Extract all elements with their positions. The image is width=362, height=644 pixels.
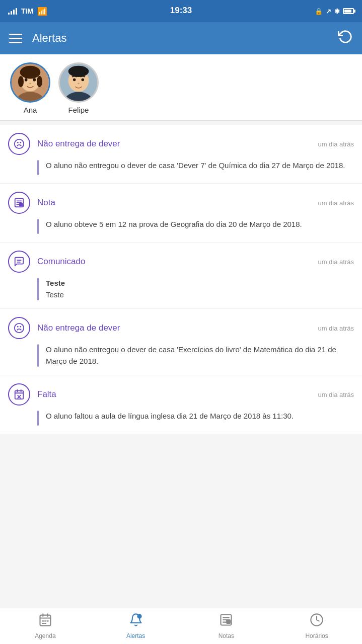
avatar-ana <box>10 62 50 103</box>
alert-text: O aluno não entregou o dever de casa 'De… <box>46 160 354 172</box>
alert-time: um dia atrás <box>318 199 354 207</box>
nav-item-alertas[interactable]: Alertas <box>91 608 181 644</box>
message-icon <box>8 251 30 273</box>
svg-point-45 <box>137 614 141 618</box>
comunicado-title: Teste <box>46 279 65 287</box>
lock-icon: 🔒 <box>315 8 323 15</box>
nav-label-notas: Notas <box>219 632 234 639</box>
alert-header: Não entrega de dever um dia atrás <box>8 317 354 339</box>
alert-item[interactable]: Não entrega de dever um dia atrás O alun… <box>0 125 362 184</box>
svg-rect-36 <box>40 615 50 626</box>
svg-point-8 <box>29 83 31 84</box>
alert-border <box>37 160 39 175</box>
alert-item[interactable]: Falta um dia atrás O aluno faltou a aula… <box>0 375 362 434</box>
profile-name-ana: Ana <box>24 106 37 114</box>
notas-icon: 9+ <box>219 613 233 630</box>
alert-item[interactable]: 9+ Nota um dia atrás O aluno obteve 5 em… <box>0 184 362 243</box>
alert-type-label: Comunicado <box>37 257 85 267</box>
svg-rect-30 <box>15 391 24 399</box>
svg-point-16 <box>15 139 24 148</box>
alert-border <box>37 219 39 234</box>
status-time: 19:33 <box>170 6 192 16</box>
nav-item-agenda[interactable]: Agenda <box>0 608 91 644</box>
alert-text: O aluno não entregou o dever de casa 'Ex… <box>46 344 354 367</box>
alert-type-label: Nota <box>37 198 55 208</box>
profile-name-felipe: Felipe <box>68 106 89 114</box>
svg-point-3 <box>20 66 41 79</box>
horarios-icon <box>310 613 324 630</box>
alert-header-left: Comunicado <box>8 251 85 273</box>
avatar-felipe <box>58 62 99 103</box>
sad-face-icon <box>8 133 30 155</box>
header-left: Alertas <box>9 32 66 45</box>
alert-text: O aluno obteve 5 em 12 na prova de Geogr… <box>46 219 354 230</box>
alerts-list: Não entrega de dever um dia atrás O alun… <box>0 125 362 434</box>
alert-header-left: Falta <box>8 383 56 406</box>
alert-text: O aluno faltou a aula de língua inglesa … <box>46 411 354 422</box>
svg-point-4 <box>18 76 24 87</box>
alert-type-label: Não entrega de dever <box>37 323 120 333</box>
alert-item[interactable]: Comunicado um dia atrás Teste Teste <box>0 243 362 309</box>
content-area: Ana <box>0 54 362 470</box>
alert-body: O aluno não entregou o dever de casa 'De… <box>37 160 354 175</box>
x-calendar-icon <box>8 383 30 406</box>
svg-point-6 <box>25 78 28 81</box>
carrier-label: TIM <box>21 7 33 15</box>
alert-header-left: Não entrega de dever <box>8 317 120 339</box>
sad-face-icon <box>8 317 30 339</box>
menu-button[interactable] <box>9 34 22 43</box>
page-title: Alertas <box>32 32 66 45</box>
alertas-icon <box>129 613 143 630</box>
nav-label-alertas: Alertas <box>126 632 145 639</box>
alert-time: um dia atrás <box>318 258 354 266</box>
profile-felipe[interactable]: Felipe <box>58 62 99 114</box>
bottom-nav: Agenda Alertas 9+ Notas <box>0 608 362 644</box>
svg-point-12 <box>68 66 89 77</box>
alert-header: Comunicado um dia atrás <box>8 251 354 273</box>
comunicado-body: Teste <box>46 290 64 299</box>
alert-body: O aluno faltou a aula de língua inglesa … <box>37 411 354 426</box>
alert-header: Falta um dia atrás <box>8 383 354 406</box>
alert-time: um dia atrás <box>318 391 354 398</box>
alert-header: Não entrega de dever um dia atrás <box>8 133 354 155</box>
status-bar-right: 🔒 ↗ ✱ <box>315 8 354 15</box>
svg-text:9+: 9+ <box>20 204 23 206</box>
alert-body: O aluno não entregou o dever de casa 'Ex… <box>37 344 354 367</box>
alert-time: um dia atrás <box>318 140 354 148</box>
alert-body: O aluno obteve 5 em 12 na prova de Geogr… <box>37 219 354 234</box>
alert-header-left: 9+ Nota <box>8 192 55 214</box>
svg-text:9+: 9+ <box>227 620 230 623</box>
profile-ana[interactable]: Ana <box>10 62 50 114</box>
svg-point-13 <box>73 78 76 82</box>
app-header: Alertas <box>0 22 362 54</box>
agenda-icon <box>38 613 52 630</box>
alert-border <box>37 278 39 300</box>
svg-point-27 <box>15 324 24 333</box>
nav-item-notas[interactable]: 9+ Notas <box>181 608 272 644</box>
alert-text: Teste Teste <box>46 278 354 300</box>
status-bar: TIM 📶 19:33 🔒 ↗ ✱ <box>0 0 362 22</box>
svg-point-7 <box>33 78 36 81</box>
profile-section: Ana <box>0 54 362 121</box>
note-icon: 9+ <box>8 192 30 214</box>
alert-type-label: Não entrega de dever <box>37 139 120 149</box>
nav-item-horarios[interactable]: Horários <box>271 608 362 644</box>
location-icon: ↗ <box>326 8 331 15</box>
alert-border <box>37 344 39 367</box>
bluetooth-icon: ✱ <box>334 8 340 15</box>
alert-item[interactable]: Não entrega de dever um dia atrás O alun… <box>0 309 362 375</box>
alert-header-left: Não entrega de dever <box>8 133 120 155</box>
wifi-icon: 📶 <box>37 7 47 16</box>
alert-header: 9+ Nota um dia atrás <box>8 192 354 214</box>
signal-icon <box>8 8 17 15</box>
battery-icon <box>343 8 354 14</box>
nav-label-horarios: Horários <box>305 632 328 639</box>
refresh-button[interactable] <box>338 29 353 48</box>
svg-point-15 <box>78 83 80 84</box>
svg-point-5 <box>37 76 42 87</box>
alert-time: um dia atrás <box>318 325 354 332</box>
status-bar-left: TIM 📶 <box>8 7 47 16</box>
svg-point-14 <box>82 78 85 82</box>
alert-border <box>37 411 39 426</box>
nav-label-agenda: Agenda <box>35 632 55 639</box>
